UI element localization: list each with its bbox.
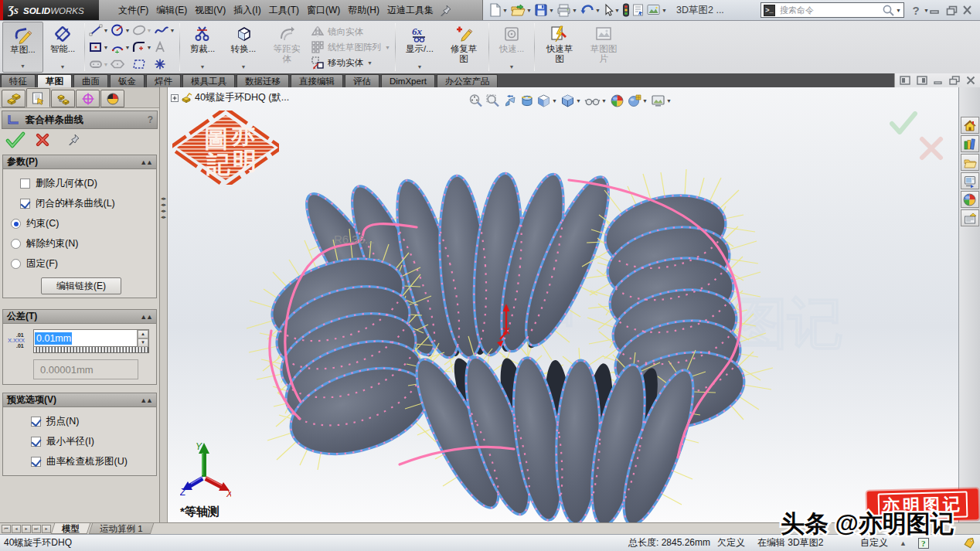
dropdown-arrow-icon[interactable]: ▼ [384, 45, 391, 50]
dropdown-arrow-icon[interactable]: ▼ [526, 8, 533, 13]
dropdown-arrow-icon[interactable]: ▼ [103, 62, 109, 67]
dropdown-arrow-icon[interactable]: ▼ [103, 45, 109, 50]
solidworks-resources-button[interactable] [961, 117, 979, 134]
dropdown-arrow-icon[interactable]: ▼ [575, 98, 582, 104]
feature-tree-tab[interactable] [2, 90, 26, 107]
ribbon-rapid-sketch-button[interactable]: 快速草 图 [537, 22, 582, 73]
dropdown-arrow-icon[interactable]: ▼ [665, 98, 672, 104]
command-tab[interactable]: 曲面 [73, 74, 108, 87]
checkbox[interactable] [20, 199, 30, 209]
display-style-button[interactable]: ▼ [560, 92, 583, 109]
menu-item[interactable]: 文件(F) [114, 0, 152, 20]
save-button[interactable]: ▼ [533, 2, 556, 19]
file-properties-button[interactable] [631, 2, 645, 19]
command-tab[interactable]: 数据迁移 [236, 74, 289, 87]
menu-item[interactable]: 窗口(W) [303, 0, 344, 20]
scroll-end-icon[interactable]: ▸ [42, 525, 51, 533]
performance-button[interactable] [621, 2, 631, 19]
collapse-left-pane-icon[interactable] [900, 76, 910, 85]
menu-item[interactable]: 帮助(H) [344, 0, 383, 20]
spin-up-icon[interactable]: ▲ [138, 330, 148, 338]
graphics-viewport[interactable]: 明图图记DHQ 40螺旋手环DHQ (默... ▼ ▼ ▼ ▼ ▼ 圖 亦 記 … [168, 87, 958, 522]
hide-show-items-button[interactable]: ▼ [584, 92, 608, 109]
view-palette-button[interactable] [961, 172, 979, 189]
previous-view-button[interactable] [502, 92, 518, 109]
menu-item[interactable]: 迈迪工具集 [383, 0, 437, 20]
collapse-right-pane-icon[interactable] [917, 76, 927, 85]
print-button[interactable]: ▼ [556, 2, 579, 19]
select-button[interactable]: ▼ [602, 2, 621, 19]
dropdown-arrow-icon[interactable]: ▼ [614, 8, 621, 13]
arc-tool-button[interactable]: ▼ [111, 39, 131, 56]
search-icon[interactable] [882, 4, 895, 17]
dropdown-arrow-icon[interactable]: ▼ [169, 28, 175, 33]
dropdown-arrow-icon[interactable]: ▼ [502, 8, 509, 13]
collapse-chevron-icon[interactable]: ▲▲ [140, 396, 152, 404]
ribbon-display-relations-button[interactable]: 6x显示/...▼ [398, 22, 441, 73]
tolerance-input[interactable]: 0.01mm ▲▼ [33, 329, 149, 347]
menu-item[interactable]: 工具(T) [265, 0, 303, 20]
move-entities-button[interactable]: 移动实体▼ [311, 56, 391, 70]
tolerance-spinner[interactable]: ▲▼ [137, 330, 148, 346]
command-tab[interactable]: 焊件 [146, 74, 181, 87]
menu-item[interactable]: 视图(V) [191, 0, 230, 20]
doc-restore-icon[interactable] [949, 76, 960, 85]
3d-model-fit-spline[interactable]: 明图图记DHQ [168, 87, 958, 522]
dropdown-arrow-icon[interactable]: ▼ [594, 8, 601, 13]
dropdown-arrow-icon[interactable]: ▼ [124, 28, 131, 33]
options-button[interactable]: ▼ [645, 2, 669, 19]
text-tool-button[interactable] [154, 39, 175, 56]
dropdown-arrow-icon[interactable]: ▼ [571, 8, 578, 13]
dropdown-arrow-icon[interactable]: ▼ [20, 60, 26, 71]
dimxpert-manager-tab[interactable] [76, 90, 100, 107]
zoom-to-area-button[interactable] [485, 92, 501, 109]
property-manager-tab[interactable] [26, 88, 50, 107]
status-caret-icon[interactable]: ▲ [900, 539, 907, 547]
custom-properties-button[interactable] [961, 209, 979, 226]
search-commands-box[interactable]: >_ 搜索命令 ▼ [761, 2, 904, 18]
scroll-last-icon[interactable]: ⏭ [32, 525, 41, 533]
restore-button[interactable] [946, 5, 962, 15]
minimize-button[interactable] [930, 5, 946, 15]
edit-appearance-button[interactable] [609, 92, 625, 109]
command-tab[interactable]: DimXpert [381, 74, 435, 87]
radio-button[interactable] [11, 219, 21, 229]
cancel-button[interactable] [35, 132, 50, 148]
tolerance-thumbwheel[interactable] [33, 347, 149, 353]
checkbox[interactable] [31, 437, 41, 447]
view-orientation-button[interactable]: ▼ [536, 92, 559, 109]
display-manager-tab[interactable] [100, 90, 124, 107]
pm-help-button[interactable]: ? [148, 114, 153, 125]
zoom-to-fit-button[interactable] [468, 92, 484, 109]
parameters-group-header[interactable]: 参数(P)▲▲ [3, 155, 156, 169]
menu-item[interactable]: 插入(I) [230, 0, 264, 20]
ellipse-tool-button[interactable]: ▼ [132, 22, 152, 39]
checkbox[interactable] [31, 417, 41, 427]
apply-scene-button[interactable]: ▼ [626, 92, 649, 109]
slot-tool-button[interactable]: ▼ [89, 56, 109, 73]
dropdown-arrow-icon[interactable]: ▼ [509, 61, 515, 72]
command-tab[interactable]: 办公室产品 [437, 74, 499, 87]
pin-menubar-icon[interactable] [439, 4, 456, 17]
sheet-tab[interactable]: 模型 [51, 523, 91, 534]
appearances-button[interactable] [961, 191, 979, 208]
point-tool-button[interactable] [154, 56, 175, 73]
checkbox[interactable] [31, 457, 41, 467]
command-tab[interactable]: 钣金 [110, 74, 145, 87]
rectangle-tool-button[interactable]: ▼ [89, 39, 109, 56]
file-explorer-button[interactable] [961, 154, 979, 171]
panel-splitter[interactable]: ◂▸◂▸◂▸◂▸ [160, 87, 168, 522]
dropdown-arrow-icon[interactable]: ▼ [661, 8, 668, 13]
ribbon-smart-dimension-button[interactable]: 智能...▼ [43, 22, 82, 73]
search-dropdown-icon[interactable]: ▼ [895, 8, 902, 13]
dropdown-arrow-icon[interactable]: ▼ [366, 60, 373, 66]
dropdown-arrow-icon[interactable]: ▼ [60, 61, 66, 72]
design-library-button[interactable] [961, 135, 979, 152]
collapse-chevron-icon[interactable]: ▲▲ [140, 158, 152, 166]
ribbon-offset-entities-button[interactable]: 等距实 体 [264, 22, 309, 73]
dropdown-arrow-icon[interactable]: ▼ [103, 28, 109, 33]
doc-minimize-icon[interactable] [934, 76, 943, 85]
dropdown-arrow-icon[interactable]: ▼ [124, 45, 131, 50]
dropdown-arrow-icon[interactable]: ▼ [641, 98, 648, 104]
configuration-manager-tab[interactable] [51, 90, 75, 107]
